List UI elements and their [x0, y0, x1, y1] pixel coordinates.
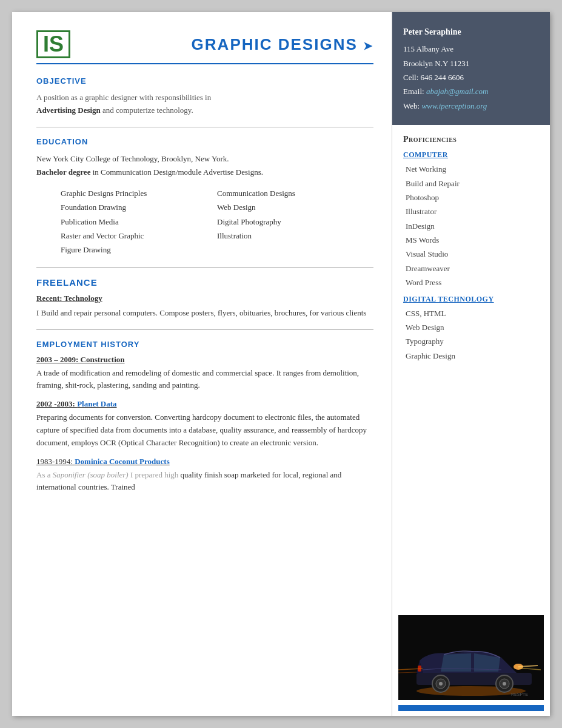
- arrow-icon: ➤: [363, 39, 373, 53]
- job-text-1: A trade of modification and remodeling o…: [36, 367, 373, 393]
- list-item: MS Words: [403, 233, 539, 247]
- objective-section: OBJECTIVE A position as a graphic design…: [36, 76, 373, 117]
- job-period-3: 1983-1994: Dominica Coconut Products: [36, 457, 373, 467]
- list-item: Web Design: [217, 200, 373, 214]
- list-item: Figure Drawing: [61, 243, 217, 257]
- objective-title: OBJECTIVE: [36, 76, 373, 86]
- employment-title: EMPLOYMENT HISTORY: [36, 340, 373, 349]
- list-item: Graphic Design: [403, 349, 539, 363]
- job-text-3: As a Saponifier (soap boiler) I prepared…: [36, 469, 373, 494]
- proficiencies-title: Proficiencies: [403, 135, 539, 144]
- job-text-2: Preparing documents for conversion. Conv…: [36, 411, 373, 449]
- svg-point-8: [503, 682, 506, 686]
- svg-point-5: [439, 682, 443, 686]
- header: IS GRAPHIC DESIGNS ➤: [36, 30, 373, 58]
- objective-bold: Advertising Design: [36, 106, 101, 115]
- proficiencies-section: Proficiencies Computer Net Working Build…: [392, 125, 550, 609]
- freelance-section: FREELANCE Recent: Technology I Build and…: [36, 277, 373, 320]
- contact-name: Peter Seraphine: [403, 24, 539, 39]
- divider-1: [36, 127, 373, 127]
- company-2: Planet Data: [77, 399, 116, 408]
- page-title: GRAPHIC DESIGNS ➤: [82, 35, 373, 54]
- car-svg: RESPTE: [398, 615, 544, 700]
- job-title-1: 2003 – 2009: Construction: [36, 355, 373, 365]
- objective-text: A position as a graphic designer with re…: [36, 92, 373, 117]
- prof-category-digital: Digital Technology: [403, 295, 539, 304]
- list-item: InDesign: [403, 219, 539, 233]
- list-item: Communication Designs: [217, 186, 373, 200]
- contact-box: Peter Seraphine 115 Albany Ave Brooklyn …: [392, 12, 550, 125]
- contact-email: Email: abajah@gmail.com: [403, 84, 539, 98]
- email-link[interactable]: abajah@gmail.com: [426, 87, 489, 96]
- sidebar-bottom-bar: [398, 705, 544, 711]
- list-item: Word Press: [403, 275, 539, 289]
- divider-3: [36, 329, 373, 330]
- svg-text:RESPTE: RESPTE: [511, 692, 528, 696]
- courses-col1: Graphic Designs Principles Foundation Dr…: [61, 186, 217, 257]
- list-item: CSS, HTML: [403, 306, 539, 320]
- education-text: New York City College of Technology, Bro…: [36, 152, 373, 179]
- education-title: EDUCATION: [36, 137, 373, 146]
- courses-col2: Communication Designs Web Design Digital…: [217, 186, 373, 257]
- contact-address1: 115 Albany Ave: [403, 42, 539, 56]
- resume-page: IS GRAPHIC DESIGNS ➤ OBJECTIVE A positio…: [12, 12, 550, 716]
- employment-section: EMPLOYMENT HISTORY 2003 – 2009: Construc…: [36, 340, 373, 494]
- list-item: Typography: [403, 334, 539, 348]
- web-link[interactable]: www.iperception.org: [421, 101, 487, 110]
- list-item: Raster and Vector Graphic: [61, 229, 217, 243]
- list-item: Visual Studio: [403, 247, 539, 261]
- freelance-text: I Build and repair personal computers. C…: [36, 307, 373, 320]
- education-section: EDUCATION New York City College of Techn…: [36, 137, 373, 257]
- contact-web: Web: www.iperception.org: [403, 99, 539, 113]
- list-item: Publication Media: [61, 215, 217, 229]
- list-item: Dreamweaver: [403, 261, 539, 275]
- company-3: Dominica Coconut Products: [75, 457, 169, 466]
- education-courses: Graphic Designs Principles Foundation Dr…: [61, 186, 373, 257]
- contact-address2: Brooklyn N.Y 11231: [403, 56, 539, 70]
- list-item: Digital Photography: [217, 215, 373, 229]
- job-period-2: 2002 -2003: Planet Data: [36, 399, 373, 409]
- header-divider: [36, 63, 373, 64]
- car-image: RESPTE: [398, 615, 544, 700]
- list-item: Build and Repair: [403, 177, 539, 190]
- list-item: Illustration: [217, 229, 373, 243]
- main-content: IS GRAPHIC DESIGNS ➤ OBJECTIVE A positio…: [12, 12, 392, 716]
- prof-category-computer: Computer: [403, 150, 539, 160]
- contact-cell: Cell: 646 244 6606: [403, 70, 539, 84]
- freelance-title: FREELANCE: [36, 277, 373, 288]
- list-item: Foundation Drawing: [61, 200, 217, 214]
- freelance-subtitle: Recent: Technology: [36, 294, 373, 303]
- list-item: Graphic Designs Principles: [61, 186, 217, 200]
- logo: IS: [36, 30, 70, 58]
- list-item: Photoshop: [403, 190, 539, 204]
- list-item: Illustrator: [403, 204, 539, 218]
- list-item: Web Design: [403, 320, 539, 334]
- sidebar: Peter Seraphine 115 Albany Ave Brooklyn …: [392, 12, 550, 716]
- divider-2: [36, 267, 373, 268]
- list-item: Net Working: [403, 162, 539, 176]
